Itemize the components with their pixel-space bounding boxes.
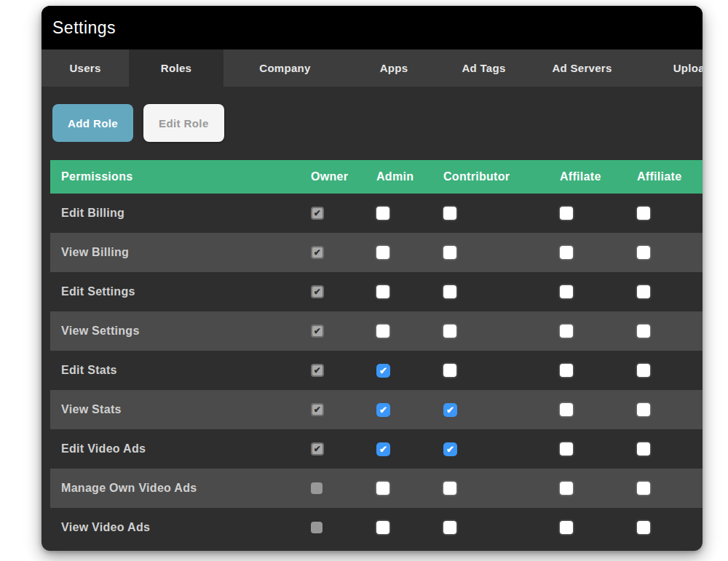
checkbox-edit-billing-owner: ✔	[311, 207, 324, 220]
checkbox-cell	[443, 325, 560, 338]
checkbox-cell	[443, 246, 560, 259]
checkbox-cell	[443, 207, 560, 220]
checkbox-view-settings-affiliate-2[interactable]	[637, 325, 650, 338]
checkbox-cell	[560, 246, 637, 259]
table-row-view-stats: View Stats✔✔✔	[50, 390, 703, 429]
checkbox-view-billing-affiliate-2[interactable]	[637, 246, 650, 259]
checkbox-edit-stats-affilate[interactable]	[560, 364, 573, 377]
checkbox-cell	[443, 482, 560, 495]
checkbox-view-stats-affiliate-2[interactable]	[637, 403, 650, 416]
column-header-owner: Owner	[311, 170, 376, 183]
checkbox-view-billing-contributor[interactable]	[443, 246, 456, 259]
permission-label: View Video Ads	[50, 521, 311, 534]
checkbox-cell	[637, 246, 703, 259]
checkbox-edit-settings-owner: ✔	[311, 285, 324, 298]
checkbox-cell	[560, 285, 637, 298]
add-role-button[interactable]: Add Role	[52, 104, 133, 142]
tab-apps[interactable]: Apps	[347, 49, 441, 87]
tab-users[interactable]: Users	[41, 49, 129, 87]
tab-company[interactable]: Company	[223, 49, 347, 87]
checkbox-edit-settings-contributor[interactable]	[443, 285, 456, 298]
checkbox-cell: ✔	[443, 442, 560, 456]
checkbox-cell: ✔	[376, 442, 443, 456]
checkbox-view-billing-owner: ✔	[311, 246, 324, 259]
column-header-affiliate-2: Affiliate	[637, 170, 703, 183]
checkbox-cell: ✔	[376, 403, 443, 417]
title-bar: Settings	[41, 6, 703, 49]
checkbox-view-stats-contributor[interactable]: ✔	[443, 403, 457, 417]
checkbox-manage-own-video-ads-admin[interactable]	[376, 482, 389, 495]
page-title: Settings	[52, 18, 116, 38]
checkbox-edit-billing-contributor[interactable]	[443, 207, 456, 220]
checkbox-view-settings-contributor[interactable]	[443, 325, 456, 338]
checkbox-edit-settings-affilate[interactable]	[560, 285, 573, 298]
checkbox-cell	[311, 482, 376, 494]
tab-upload[interactable]: Upload	[638, 49, 703, 87]
checkbox-edit-settings-affiliate-2[interactable]	[637, 285, 650, 298]
permission-label: Edit Settings	[50, 285, 311, 298]
checkbox-edit-billing-affiliate-2[interactable]	[637, 207, 650, 220]
permissions-table: PermissionsOwnerAdminContributorAffilate…	[50, 160, 703, 547]
checkbox-manage-own-video-ads-contributor[interactable]	[443, 482, 456, 495]
checkbox-cell	[560, 442, 637, 455]
check-icon: ✔	[314, 287, 321, 296]
checkbox-cell	[376, 207, 443, 220]
checkbox-cell: ✔	[311, 285, 376, 298]
checkbox-edit-billing-admin[interactable]	[376, 207, 389, 220]
checkbox-edit-video-ads-affilate[interactable]	[560, 442, 573, 455]
permission-label: Edit Video Ads	[50, 442, 311, 455]
table-row-view-settings: View Settings✔	[50, 311, 703, 351]
check-icon: ✔	[314, 209, 321, 218]
check-icon: ✔	[379, 445, 387, 454]
permission-label: Manage Own Video Ads	[50, 482, 311, 495]
edit-role-button[interactable]: Edit Role	[143, 104, 224, 142]
checkbox-view-billing-admin[interactable]	[376, 246, 389, 259]
checkbox-cell	[443, 285, 560, 298]
checkbox-manage-own-video-ads-owner	[311, 482, 323, 494]
checkbox-manage-own-video-ads-affiliate-2[interactable]	[637, 482, 650, 495]
checkbox-cell	[560, 482, 637, 495]
checkbox-cell	[376, 521, 443, 534]
checkbox-view-video-ads-admin[interactable]	[376, 521, 389, 534]
checkbox-edit-stats-owner: ✔	[311, 364, 324, 377]
checkbox-view-settings-admin[interactable]	[376, 325, 389, 338]
checkbox-edit-settings-admin[interactable]	[376, 285, 389, 298]
checkbox-view-video-ads-affiliate-2[interactable]	[637, 521, 650, 534]
checkbox-cell	[637, 521, 703, 534]
checkbox-cell	[637, 482, 703, 495]
column-header-contributor: Contributor	[443, 170, 560, 183]
tab-roles[interactable]: Roles	[129, 49, 223, 87]
checkbox-cell: ✔	[311, 364, 376, 377]
checkbox-edit-billing-affilate[interactable]	[560, 207, 573, 220]
checkbox-view-stats-admin[interactable]: ✔	[376, 403, 390, 417]
checkbox-cell	[376, 246, 443, 259]
checkbox-edit-video-ads-affiliate-2[interactable]	[637, 442, 650, 455]
checkbox-view-billing-affilate[interactable]	[560, 246, 573, 259]
checkbox-view-settings-affilate[interactable]	[560, 325, 573, 338]
column-header-admin: Admin	[376, 170, 443, 183]
check-icon: ✔	[314, 248, 321, 257]
checkbox-edit-video-ads-admin[interactable]: ✔	[376, 442, 390, 456]
table-row-view-video-ads: View Video Ads	[50, 508, 703, 547]
checkbox-view-stats-affilate[interactable]	[560, 403, 573, 416]
checkbox-cell	[376, 325, 443, 338]
checkbox-edit-video-ads-contributor[interactable]: ✔	[443, 442, 457, 456]
checkbox-cell	[560, 403, 637, 416]
checkbox-edit-stats-affiliate-2[interactable]	[637, 364, 650, 377]
checkbox-manage-own-video-ads-affilate[interactable]	[560, 482, 573, 495]
checkbox-view-video-ads-affilate[interactable]	[560, 521, 573, 534]
checkbox-view-video-ads-contributor[interactable]	[443, 521, 456, 534]
check-icon: ✔	[446, 445, 454, 454]
checkbox-cell	[376, 482, 443, 495]
table-header-row: PermissionsOwnerAdminContributorAffilate…	[50, 160, 703, 194]
checkbox-edit-stats-contributor[interactable]	[443, 364, 456, 377]
table-row-view-billing: View Billing✔	[50, 233, 703, 272]
checkbox-view-video-ads-owner	[311, 522, 323, 533]
tab-ad-tags[interactable]: Ad Tags	[441, 49, 526, 87]
check-icon: ✔	[446, 405, 454, 415]
checkbox-edit-stats-admin[interactable]: ✔	[376, 364, 390, 378]
tab-ad-servers[interactable]: Ad Servers	[526, 49, 638, 87]
settings-panel: Settings UsersRolesCompanyAppsAd TagsAd …	[41, 6, 703, 551]
permission-label: View Stats	[50, 403, 311, 416]
table-row-edit-stats: Edit Stats✔✔	[50, 351, 703, 390]
